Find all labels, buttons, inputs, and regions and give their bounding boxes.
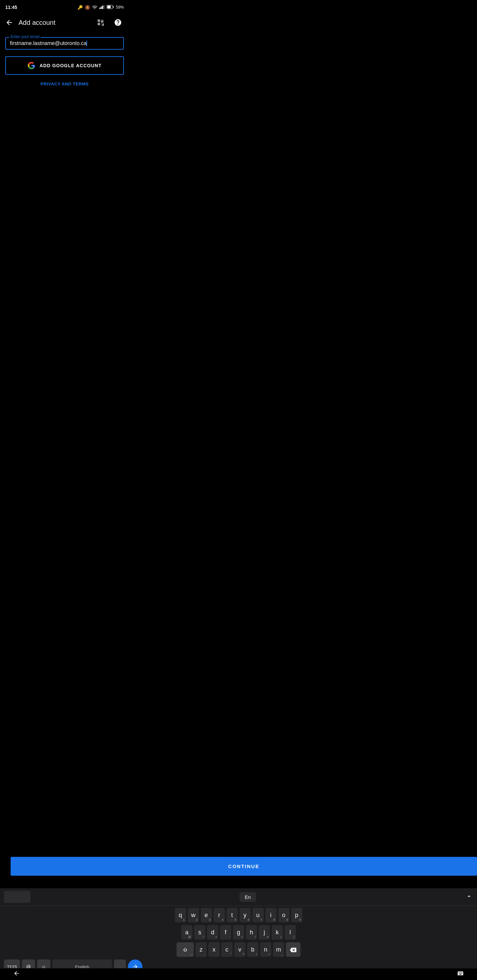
status-bar: 11:45 🔑 🔕 <box>0 0 129 13</box>
text-cursor <box>86 40 87 46</box>
add-google-account-button[interactable]: ADD GOOGLE ACCOUNT <box>5 56 124 75</box>
status-icons: 🔑 🔕 <box>78 5 124 10</box>
page-title: Add account <box>19 19 55 27</box>
svg-rect-1 <box>99 8 101 9</box>
email-input-container[interactable]: Enter your email firstname.lastname@utor… <box>5 37 124 50</box>
email-input-label: Enter your email <box>9 35 41 39</box>
add-google-account-label: ADD GOOGLE ACCOUNT <box>40 63 101 68</box>
lock-icon: 🔑 <box>78 5 83 10</box>
help-button[interactable] <box>112 17 124 29</box>
main-content: Enter your email firstname.lastname@utor… <box>0 32 129 86</box>
svg-rect-6 <box>113 6 113 8</box>
svg-point-0 <box>94 8 95 9</box>
top-bar-right <box>95 17 124 29</box>
email-value: firstname.lastname@utoronto.ca <box>10 40 86 46</box>
qr-scan-button[interactable] <box>95 17 107 29</box>
wifi-icon <box>92 5 97 10</box>
svg-rect-4 <box>103 5 104 9</box>
svg-rect-3 <box>102 6 103 9</box>
privacy-terms-link[interactable]: PRIVACY AND TERMS <box>5 81 124 86</box>
svg-rect-7 <box>107 6 111 8</box>
top-bar: Add account <box>0 13 129 32</box>
notifications-off-icon: 🔕 <box>85 5 90 10</box>
battery-percent: 59% <box>116 5 124 10</box>
signal-icon <box>99 5 105 10</box>
battery-icon <box>107 5 114 10</box>
status-time: 11:45 <box>5 5 17 10</box>
svg-rect-2 <box>101 6 102 9</box>
top-bar-left: Add account <box>5 19 55 27</box>
back-button[interactable] <box>5 19 13 27</box>
